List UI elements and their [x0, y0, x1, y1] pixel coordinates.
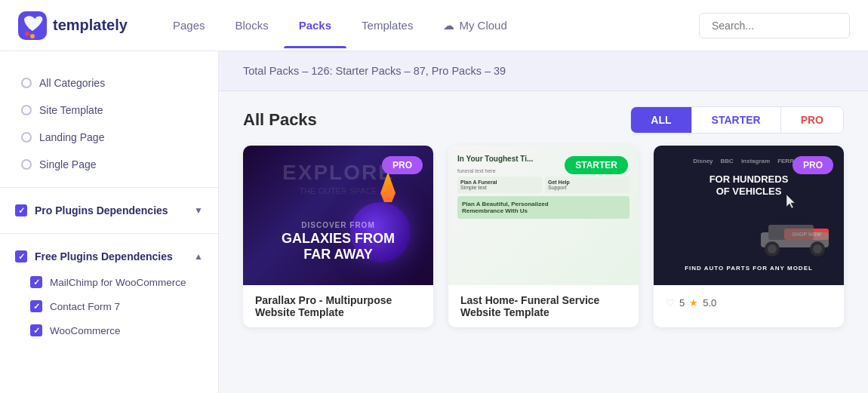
- cloud-icon: ☁: [443, 19, 454, 32]
- radio-all-categories: [21, 78, 32, 88]
- star-icon: ★: [689, 297, 698, 309]
- nav-mycloud[interactable]: ☁ My Cloud: [428, 2, 522, 49]
- card-image-funeral: In Your Toughest Ti... funeral text here…: [448, 146, 639, 285]
- free-plugins-section: Free Plugins Dependencies ▲ MailChimp fo…: [0, 243, 218, 342]
- filter-buttons: ALL STARTER PRO: [630, 106, 844, 134]
- card-info-funeral: Last Home- Funeral Service Website Templ…: [448, 285, 639, 327]
- logo-text: templately: [53, 17, 128, 34]
- main-nav: Pages Blocks Packs Templates ☁ My Cloud: [158, 2, 699, 49]
- card-title-parallax: Parallax Pro - Multipurpose Website Temp…: [255, 294, 421, 318]
- checkbox-pro-plugins: [15, 204, 27, 216]
- parallax-explore-text: EXPLORE: [282, 161, 394, 185]
- header: templately Pages Blocks Packs Templates …: [0, 0, 868, 51]
- card-rating-auto: ♡ 5 ★ 5.0: [666, 297, 832, 309]
- card-parallax[interactable]: EXPLORE THE OUTER SPACE DISCOVER FROM GA…: [243, 146, 433, 327]
- layout: All Categories Site Template Landing Pag…: [0, 51, 868, 393]
- stats-bar: Total Packs – 126: Starter Packs – 87, P…: [219, 51, 868, 91]
- svg-point-7: [768, 244, 777, 253]
- card-auto[interactable]: Disney BBC instagram FERRARI FOR HUNDRED…: [654, 146, 844, 327]
- stats-text: Total Packs – 126: Starter Packs – 87, P…: [243, 65, 506, 77]
- sidebar-divider-2: [0, 233, 218, 234]
- filter-starter-button[interactable]: STARTER: [691, 107, 780, 133]
- packs-header: All Packs ALL STARTER PRO: [219, 91, 868, 146]
- svg-point-1: [25, 32, 29, 36]
- car-svg: [753, 217, 836, 259]
- sidebar-item-contactform7[interactable]: Contact Form 7: [0, 294, 218, 318]
- sidebar-item-landing-page[interactable]: Landing Page: [0, 124, 218, 151]
- pro-plugins-header[interactable]: Pro Plugins Dependencies ▼: [0, 197, 218, 224]
- card-image-auto: Disney BBC instagram FERRARI FOR HUNDRED…: [654, 146, 844, 285]
- search-area: [699, 13, 850, 38]
- main-content: Total Packs – 126: Starter Packs – 87, P…: [219, 51, 868, 393]
- checkbox-mailchimp: [30, 276, 42, 288]
- card-info-parallax: Parallax Pro - Multipurpose Website Temp…: [243, 285, 433, 327]
- sidebar-item-site-template[interactable]: Site Template: [0, 97, 218, 124]
- nav-blocks[interactable]: Blocks: [220, 2, 283, 48]
- heart-icon: ♡: [666, 297, 675, 309]
- card-image-parallax: EXPLORE THE OUTER SPACE DISCOVER FROM GA…: [243, 146, 433, 285]
- sidebar-item-single-page[interactable]: Single Page: [0, 151, 218, 178]
- cursor-svg: [786, 195, 797, 210]
- search-input[interactable]: [699, 13, 850, 38]
- filter-pro-button[interactable]: PRO: [780, 107, 843, 133]
- packs-title: All Packs: [243, 110, 317, 130]
- cards-grid: EXPLORE THE OUTER SPACE DISCOVER FROM GA…: [219, 146, 868, 345]
- svg-rect-5: [768, 225, 814, 240]
- radio-landing-page: [21, 132, 32, 143]
- parallax-sub-text: THE OUTER SPACE: [299, 186, 377, 195]
- badge-pro-auto: PRO: [793, 156, 833, 174]
- checkbox-woocommerce: [30, 324, 42, 336]
- sidebar-item-all-categories[interactable]: All Categories: [0, 69, 218, 97]
- auto-logos: Disney BBC instagram FERRARI: [693, 158, 804, 164]
- card-title-funeral: Last Home- Funeral Service Website Templ…: [460, 294, 626, 318]
- card-info-auto: ♡ 5 ★ 5.0: [654, 285, 844, 318]
- badge-starter-funeral: STARTER: [565, 156, 628, 174]
- categories-section: All Categories Site Template Landing Pag…: [0, 69, 218, 178]
- rating-count: 5: [679, 297, 685, 309]
- nav-packs[interactable]: Packs: [284, 2, 346, 48]
- sidebar-item-woocommerce[interactable]: WooCommerce: [0, 318, 218, 342]
- rating-value: 5.0: [703, 297, 716, 309]
- radio-site-template: [21, 105, 32, 115]
- badge-pro-parallax: PRO: [382, 156, 423, 174]
- sidebar: All Categories Site Template Landing Pag…: [0, 51, 219, 393]
- nav-templates[interactable]: Templates: [346, 2, 428, 48]
- checkbox-free-plugins: [15, 250, 27, 263]
- logo-area: templately: [18, 11, 128, 40]
- free-plugins-header[interactable]: Free Plugins Dependencies ▲: [0, 243, 218, 270]
- checkbox-contactform7: [30, 300, 42, 312]
- pro-plugins-section: Pro Plugins Dependencies ▼: [0, 197, 218, 224]
- svg-point-2: [30, 34, 35, 38]
- chevron-down-icon: ▼: [194, 205, 203, 216]
- filter-all-button[interactable]: ALL: [631, 107, 691, 133]
- svg-point-9: [813, 244, 822, 253]
- svg-point-3: [35, 32, 40, 36]
- parallax-body-text: DISCOVER FROM GALAXIES FROMFAR AWAY: [282, 221, 395, 263]
- nav-pages[interactable]: Pages: [158, 2, 220, 48]
- radio-single-page: [21, 159, 32, 170]
- sidebar-item-mailchimp[interactable]: MailChimp for WooCommerce: [0, 270, 218, 294]
- card-funeral[interactable]: In Your Toughest Ti... funeral text here…: [448, 146, 639, 327]
- auto-main-text: FOR HUNDREDSOF VEHICLES: [709, 173, 789, 197]
- logo-icon: [18, 11, 47, 40]
- sidebar-divider-1: [0, 187, 218, 188]
- chevron-up-icon: ▲: [194, 251, 203, 262]
